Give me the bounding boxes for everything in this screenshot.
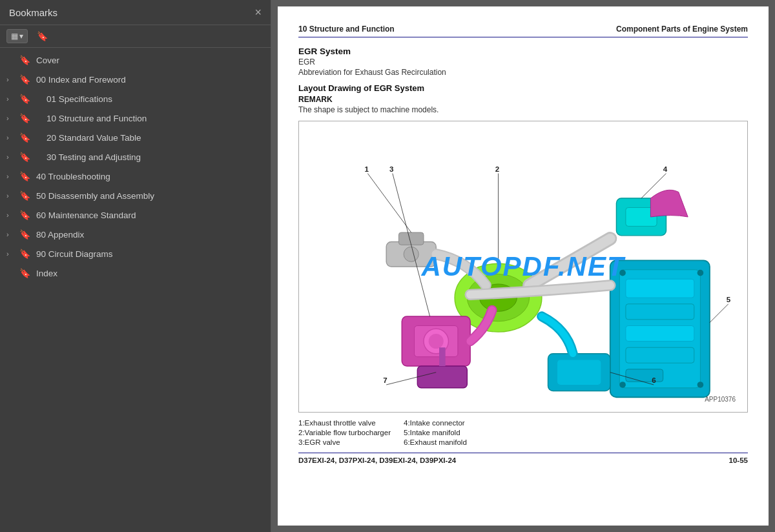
footer-right: 10-55: [729, 456, 748, 464]
close-button[interactable]: ×: [254, 6, 262, 18]
sidebar-toolbar: ▦ ▾ 🔖: [0, 25, 271, 48]
bookmark-label: 60 Maintenance Standard: [36, 210, 136, 220]
bookmark-label: 80 Appendix: [36, 230, 84, 240]
parts-col-left: 1:Exhaust throttle valve2:Variable flow …: [298, 419, 391, 446]
bookmark-item-60-maintenance[interactable]: ›🔖60 Maintenance Standard: [0, 205, 271, 225]
bookmark-ribbon-icon: 🔖: [19, 152, 31, 162]
egr-desc: Abbreviation for Exhaust Gas Recirculati…: [298, 68, 748, 77]
engine-image-box: 1 2 3 4 5 6: [298, 121, 748, 413]
bookmark-ribbon-icon: 🔖: [19, 229, 31, 240]
engine-diagram: 1 2 3 4 5 6: [305, 128, 741, 405]
svg-point-23: [619, 382, 626, 388]
part-item: 1:Exhaust throttle valve: [298, 419, 391, 427]
bookmark-item-90-circuit[interactable]: ›🔖90 Circuit Diagrams: [0, 244, 271, 263]
bookmark-item-00-index[interactable]: ›🔖00 Index and Foreword: [0, 70, 271, 89]
bookmark-list: 🔖Cover›🔖00 Index and Foreword›🔖01 Specif…: [0, 48, 271, 532]
part-item: 5:Intake manifold: [404, 429, 467, 436]
bookmark-label: 50 Disassembly and Assembly: [36, 191, 154, 201]
bookmark-item-01-spec[interactable]: ›🔖01 Specifications: [0, 89, 271, 108]
chevron-icon: ›: [6, 153, 17, 161]
chevron-icon: ›: [6, 114, 17, 122]
svg-text:6: 6: [652, 376, 656, 384]
svg-rect-5: [398, 232, 424, 245]
svg-text:1: 1: [364, 165, 369, 173]
bookmark-ribbon-icon: 🔖: [19, 55, 31, 65]
bookmark-item-index[interactable]: 🔖Index: [0, 263, 271, 283]
doc-header-bar: 10 Structure and Function Component Part…: [298, 25, 748, 37]
svg-text:7: 7: [383, 376, 387, 384]
bookmark-icon-button[interactable]: 🔖: [33, 29, 52, 43]
bookmark-label: 10 Structure and Function: [36, 114, 147, 123]
svg-rect-16: [626, 279, 694, 298]
svg-point-10: [429, 334, 444, 349]
svg-rect-18: [626, 325, 694, 341]
sidebar-title: Bookmarks: [9, 7, 57, 18]
bookmark-ribbon-icon: 🔖: [19, 249, 31, 259]
parts-col-right: 4:Intake connector5:Intake manifold6:Exh…: [404, 419, 467, 446]
document-page: 10 Structure and Function Component Part…: [278, 6, 769, 526]
svg-rect-11: [417, 366, 467, 388]
bookmark-label: 00 Index and Foreword: [36, 75, 126, 85]
bookmark-ribbon-icon: 🔖: [19, 190, 31, 201]
layout-heading: Layout Drawing of EGR System: [298, 83, 748, 93]
egr-label: EGR: [298, 57, 748, 66]
bookmark-ribbon-icon: 🔖: [19, 268, 31, 278]
bookmark-label: Cover: [36, 56, 59, 65]
bookmark-label: 90 Circuit Diagrams: [36, 249, 113, 259]
engine-svg: 1 2 3 4 5 6: [305, 128, 741, 405]
bookmark-label: 01 Specifications: [36, 94, 112, 104]
part-item: 6:Exhaust manifold: [404, 438, 467, 446]
bookmark-ribbon-icon: 🔖: [19, 74, 31, 85]
svg-point-6: [404, 247, 418, 261]
chevron-icon: ›: [6, 134, 17, 141]
svg-text:5: 5: [727, 296, 731, 303]
svg-point-24: [698, 382, 704, 388]
bookmark-item-20-standard[interactable]: ›🔖20 Standard Value Table: [0, 128, 271, 147]
chevron-icon: ›: [6, 76, 17, 83]
bookmark-item-cover[interactable]: 🔖Cover: [0, 50, 271, 70]
svg-text:2: 2: [495, 165, 499, 173]
chevron-icon: ›: [6, 211, 17, 219]
chevron-icon: ›: [6, 230, 17, 238]
doc-header-left: 10 Structure and Function: [298, 25, 395, 34]
svg-rect-20: [626, 369, 663, 382]
bookmark-item-30-testing[interactable]: ›🔖30 Testing and Adjusting: [0, 147, 271, 167]
remark-label: REMARK: [298, 95, 748, 104]
bookmark-label: 40 Troubleshooting: [36, 172, 110, 181]
bookmark-item-50-disassembly[interactable]: ›🔖50 Disassembly and Assembly: [0, 186, 271, 205]
bookmark-ribbon-icon: 🔖: [19, 132, 31, 143]
bookmark-ribbon-icon: 🔖: [19, 94, 31, 104]
part-item: 3:EGR valve: [298, 438, 391, 446]
svg-point-22: [698, 270, 704, 276]
doc-footer: D37EXI-24, D37PXI-24, D39EXI-24, D39PXI-…: [298, 453, 748, 464]
view-options-button[interactable]: ▦ ▾: [6, 29, 28, 43]
parts-legend: 1:Exhaust throttle valve2:Variable flow …: [298, 419, 748, 446]
sidebar-header: Bookmarks ×: [0, 0, 271, 25]
bookmark-label: 30 Testing and Adjusting: [36, 152, 141, 162]
bookmark-label: Index: [36, 269, 57, 278]
remark-note: The shape is subject to machine models.: [298, 105, 748, 114]
grid-icon: ▦: [11, 32, 18, 41]
sidebar: Bookmarks × ▦ ▾ 🔖 🔖Cover›🔖00 Index and F…: [0, 0, 271, 532]
chevron-icon: ›: [6, 95, 17, 103]
image-ref: APP10376: [705, 396, 736, 403]
section-title: EGR System: [298, 46, 748, 56]
svg-rect-17: [626, 304, 694, 320]
svg-text:3: 3: [389, 165, 393, 173]
svg-rect-26: [557, 360, 601, 385]
main-content: 10 Structure and Function Component Part…: [271, 0, 775, 532]
chevron-icon: ›: [6, 250, 17, 258]
part-item: 2:Variable flow turbocharger: [298, 429, 391, 436]
footer-left: D37EXI-24, D37PXI-24, D39EXI-24, D39PXI-…: [298, 456, 456, 464]
part-item: 4:Intake connector: [404, 419, 467, 427]
bookmark-ribbon-icon: 🔖: [19, 210, 31, 220]
chevron-icon: ›: [6, 172, 17, 180]
svg-point-21: [619, 270, 626, 276]
bookmark-item-10-structure[interactable]: ›🔖10 Structure and Function: [0, 108, 271, 128]
bookmark-item-40-trouble[interactable]: ›🔖40 Troubleshooting: [0, 167, 271, 186]
bookmark-ribbon-icon: 🔖: [19, 113, 31, 123]
chevron-down-icon: ▾: [19, 32, 23, 41]
bookmark-ribbon-icon: 🔖: [19, 171, 31, 181]
svg-rect-19: [626, 347, 694, 363]
bookmark-item-80-appendix[interactable]: ›🔖80 Appendix: [0, 225, 271, 244]
